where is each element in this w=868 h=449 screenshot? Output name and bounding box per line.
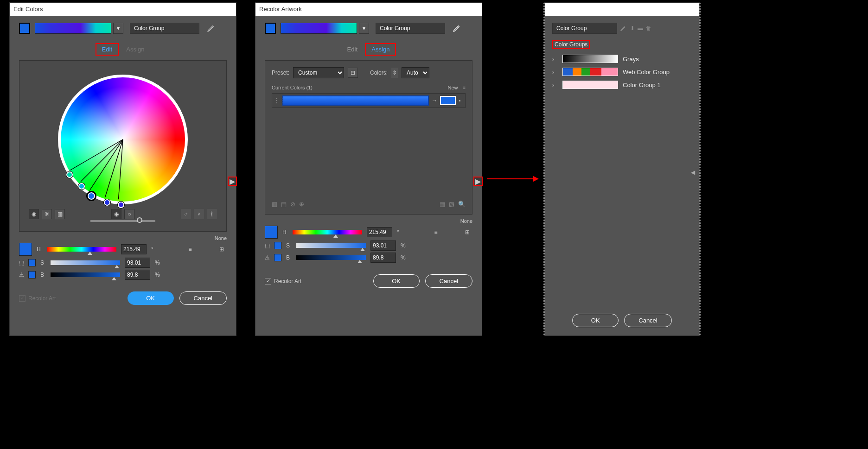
group-swatch (562, 55, 618, 63)
color-group-item[interactable]: › Grays (552, 52, 692, 65)
smooth-wheel-icon[interactable]: ◉ (29, 209, 39, 219)
separate-icon[interactable]: ▤ (281, 201, 287, 208)
bright-input[interactable] (370, 253, 396, 263)
preset-select[interactable]: Custom (293, 67, 344, 78)
color-node[interactable] (66, 171, 73, 178)
hue-input[interactable] (121, 244, 147, 254)
hue-input[interactable] (367, 227, 392, 237)
color-node[interactable] (118, 202, 124, 208)
tab-assign[interactable]: Assign (120, 44, 150, 55)
merge-icon[interactable]: ▥ (272, 201, 277, 208)
color-group-name-input[interactable] (376, 23, 445, 34)
hsb-menu-icon[interactable]: ≡ (431, 227, 441, 237)
torn-edge-left (543, 3, 545, 335)
save-group-icon[interactable]: ⬇ (630, 25, 635, 32)
tab-edit[interactable]: Edit (96, 43, 119, 56)
display-bright-icon[interactable]: ○ (124, 209, 134, 219)
color-group-strip[interactable] (281, 23, 357, 34)
hsb-swatch[interactable] (265, 226, 278, 239)
chevron-icon[interactable]: › (552, 69, 558, 76)
color-bars-icon[interactable]: ▥ (55, 209, 65, 219)
hsb-swatch[interactable] (19, 243, 32, 256)
color-group-item[interactable]: › Color Group 1 (552, 78, 692, 91)
collapse-panel-icon[interactable]: ◀ (691, 169, 696, 176)
tab-assign[interactable]: Assign (365, 43, 396, 56)
tab-edit[interactable]: Edit (341, 44, 364, 55)
new-row-icon[interactable]: ⊕ (299, 201, 304, 208)
color-groups-label: Color Groups (552, 40, 590, 49)
stepper-icon[interactable]: ⇕ (391, 68, 398, 78)
color-wheel[interactable] (58, 75, 188, 204)
new-label: New (448, 85, 458, 90)
bright-label: B (40, 272, 46, 278)
expand-panel-icon[interactable]: ▶ (473, 177, 483, 186)
sat-input[interactable] (370, 240, 396, 251)
cancel-button[interactable]: Cancel (425, 274, 472, 288)
bright-slider[interactable] (296, 255, 366, 260)
find-icon[interactable]: 🔍 (458, 201, 466, 208)
color-mode-icon[interactable]: ⊞ (217, 244, 227, 254)
warn-icon: ⚠ (19, 272, 24, 278)
annotation-arrow (487, 178, 538, 179)
color-group-dropdown[interactable]: ▾ (359, 23, 369, 34)
cancel-button[interactable]: Cancel (624, 314, 671, 327)
tints-icon[interactable]: ▦ (440, 201, 445, 208)
arrow-icon: → (432, 97, 437, 104)
ok-button[interactable]: OK (128, 291, 174, 305)
options-menu-icon[interactable]: ≡ (463, 85, 466, 90)
new-color-swatch[interactable] (440, 96, 456, 105)
link-colors-icon[interactable]: ⦚ (207, 209, 217, 219)
eyedropper-icon[interactable] (207, 24, 215, 32)
assign-panel: Preset: Custom ⊟ Colors: ⇕ Auto Current … (265, 60, 472, 215)
cancel-button[interactable]: Cancel (179, 291, 227, 305)
sat-slider[interactable] (296, 243, 366, 248)
display-sat-icon[interactable]: ◉ (111, 209, 121, 219)
color-group-dropdown[interactable]: ▾ (113, 23, 123, 34)
swatch-dropdown-icon[interactable]: ▪ (459, 97, 463, 104)
color-node[interactable] (104, 199, 110, 206)
recolor-artwork-dialog: Recolor Artwork ▾ Edit Assign Preset: Cu… (255, 2, 482, 336)
svg-line-4 (118, 139, 123, 199)
add-color-icon[interactable]: ♂ (181, 209, 191, 219)
sat-input[interactable] (125, 258, 150, 268)
ok-button[interactable]: OK (373, 274, 420, 288)
color-mode-icon[interactable]: ⊞ (462, 227, 472, 237)
scale-icon[interactable]: ▧ (449, 201, 454, 208)
preset-options-icon[interactable]: ⊟ (348, 68, 358, 78)
exclude-icon[interactable]: ⊘ (290, 201, 295, 208)
ok-button[interactable]: OK (572, 314, 619, 327)
warn-icon: ⚠ (265, 254, 269, 261)
pct-label: % (401, 242, 406, 249)
chevron-icon[interactable]: › (552, 56, 558, 63)
sat-slider[interactable] (51, 260, 120, 265)
color-group-strip[interactable] (35, 23, 111, 34)
chevron-icon[interactable]: › (552, 82, 558, 89)
bright-input[interactable] (125, 270, 150, 280)
remove-color-icon[interactable]: ♀ (194, 209, 204, 219)
active-color-swatch[interactable] (19, 23, 30, 34)
color-group-name-input[interactable] (552, 23, 617, 34)
folder-icon[interactable]: ▬ (638, 25, 643, 32)
brightness-slider[interactable] (90, 220, 155, 222)
hsb-menu-icon[interactable]: ≡ (185, 244, 195, 254)
s-swatch (28, 259, 36, 266)
color-group-item[interactable]: › Web Color Group (552, 65, 692, 78)
recolor-art-checkbox[interactable]: ✓ Recolor Art (265, 278, 301, 285)
eyedropper-icon[interactable] (453, 24, 461, 32)
row-handle-icon[interactable]: ⋮⋮ (274, 97, 280, 104)
expand-panel-icon[interactable]: ▶ (228, 177, 237, 186)
bright-slider[interactable] (51, 272, 120, 277)
segmented-wheel-icon[interactable]: ❋ (42, 209, 52, 219)
color-group-name-input[interactable] (130, 23, 199, 34)
colors-select[interactable]: Auto (402, 67, 429, 78)
hue-slider[interactable] (47, 247, 116, 252)
trash-icon[interactable]: 🗑 (646, 25, 651, 32)
hue-slider[interactable] (293, 230, 362, 234)
bright-label: B (286, 254, 292, 261)
active-color-swatch[interactable] (265, 23, 276, 34)
eyedropper-icon[interactable] (620, 24, 627, 33)
current-color-bar[interactable] (282, 95, 429, 106)
color-wheel-panel: ◉ ❋ ▥ ◉ ○ ♂ ♀ ⦚ (19, 60, 227, 232)
color-node[interactable] (78, 183, 85, 190)
color-node-active[interactable] (86, 191, 96, 201)
